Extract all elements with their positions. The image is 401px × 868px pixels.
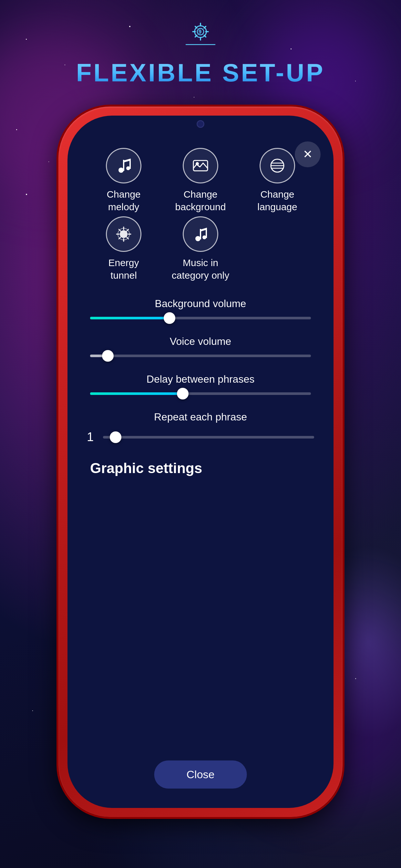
- empty-slot: [241, 216, 314, 282]
- delay-between-phrases-label: Delay between phrases: [87, 373, 314, 385]
- phone-frame: ✕: [58, 106, 343, 817]
- delay-between-phrases-fill: [90, 392, 183, 395]
- background-volume-group: Background volume: [87, 298, 314, 319]
- background-volume-track[interactable]: [90, 317, 311, 319]
- energy-tunnel-icon-circle: [106, 216, 142, 252]
- change-language-label: Changelanguage: [257, 188, 297, 213]
- repeat-each-phrase-group: Repeat each phrase 1: [87, 411, 314, 444]
- phone-inner: ✕: [67, 116, 334, 808]
- repeat-each-phrase-thumb[interactable]: [110, 431, 121, 443]
- repeat-each-phrase-label: Repeat each phrase: [87, 411, 314, 423]
- icon-grid-row1: Changemelody Changebackground: [81, 148, 320, 213]
- svg-point-4: [119, 167, 124, 173]
- repeat-number-value: 1: [87, 430, 96, 444]
- page-title: FLEXIBLE SET-UP: [76, 58, 325, 88]
- sliders-section: Background volume Voice volume: [81, 298, 320, 444]
- icon-grid-row2: Energytunnel: [81, 216, 320, 282]
- close-x-icon: ✕: [303, 149, 312, 160]
- background-volume-fill: [90, 317, 169, 319]
- repeat-row: 1: [87, 430, 314, 444]
- phone-outer: ✕: [58, 106, 343, 817]
- music-in-category-label: Music incategory only: [172, 256, 229, 282]
- svg-text:9: 9: [198, 29, 202, 35]
- energy-tunnel-button[interactable]: Energytunnel: [87, 216, 160, 282]
- phone-notch: [158, 116, 243, 132]
- background-volume-thumb[interactable]: [164, 312, 175, 324]
- voice-volume-label: Voice volume: [87, 336, 314, 347]
- change-melody-label: Changemelody: [106, 188, 141, 213]
- delay-between-phrases-thumb[interactable]: [177, 388, 189, 399]
- delay-between-phrases-group: Delay between phrases: [87, 373, 314, 395]
- delay-between-phrases-track[interactable]: [90, 392, 311, 395]
- voice-volume-track[interactable]: [90, 354, 311, 357]
- svg-point-24: [195, 236, 201, 241]
- voice-volume-group: Voice volume: [87, 336, 314, 357]
- change-melody-button[interactable]: Changemelody: [87, 148, 160, 213]
- energy-tunnel-label: Energytunnel: [108, 256, 139, 282]
- close-button[interactable]: Close: [154, 761, 247, 788]
- change-background-button[interactable]: Changebackground: [164, 148, 237, 213]
- repeat-each-phrase-track[interactable]: [103, 436, 314, 438]
- top-gear-icon: 9: [181, 16, 220, 50]
- change-language-icon-circle: [259, 148, 295, 183]
- phone-camera: [197, 120, 204, 128]
- graphic-settings-title: Graphic settings: [90, 460, 311, 476]
- voice-volume-thumb[interactable]: [102, 350, 114, 362]
- background-volume-label: Background volume: [87, 298, 314, 310]
- change-melody-icon-circle: [106, 148, 142, 183]
- close-x-button[interactable]: ✕: [295, 142, 320, 167]
- phone-content: Changemelody Changebackground: [67, 138, 334, 808]
- change-background-label: Changebackground: [175, 188, 226, 213]
- music-in-category-button[interactable]: Music incategory only: [164, 216, 237, 282]
- music-in-category-icon-circle: [183, 216, 218, 252]
- change-background-icon-circle: [183, 148, 218, 183]
